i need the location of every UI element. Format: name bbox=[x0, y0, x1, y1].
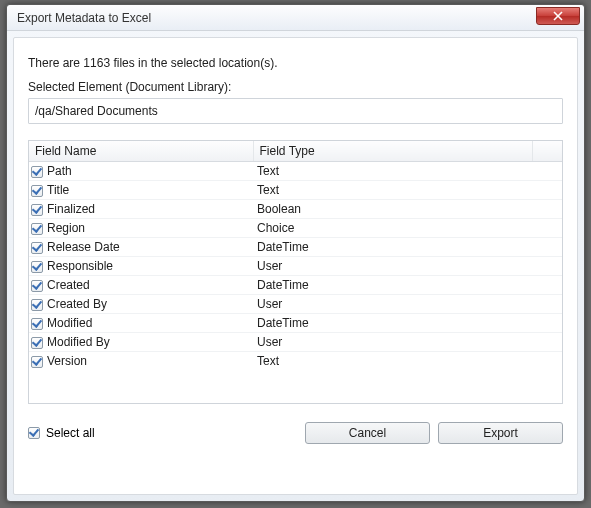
dialog-footer: Select all Cancel Export bbox=[28, 404, 563, 444]
row-field-name: Created By bbox=[47, 297, 107, 311]
row-field-type: Boolean bbox=[253, 200, 532, 219]
row-field-name: Title bbox=[47, 183, 69, 197]
row-checkbox[interactable] bbox=[31, 337, 43, 349]
row-checkbox[interactable] bbox=[31, 318, 43, 330]
row-field-name: Release Date bbox=[47, 240, 120, 254]
fields-table: Field Name Field Type PathTextTitleTextF… bbox=[29, 141, 562, 371]
titlebar: Export Metadata to Excel bbox=[7, 5, 584, 31]
table-row[interactable]: Created ByUser bbox=[29, 295, 562, 314]
row-field-type: User bbox=[253, 295, 532, 314]
row-field-type: Choice bbox=[253, 219, 532, 238]
row-checkbox[interactable] bbox=[31, 204, 43, 216]
table-row[interactable]: Release DateDateTime bbox=[29, 238, 562, 257]
selected-element-path: /qa/Shared Documents bbox=[28, 98, 563, 124]
selected-element-label: Selected Element (Document Library): bbox=[28, 80, 563, 94]
export-button[interactable]: Export bbox=[438, 422, 563, 444]
window-title: Export Metadata to Excel bbox=[17, 11, 536, 25]
row-field-type: Text bbox=[253, 162, 532, 181]
row-field-type: DateTime bbox=[253, 276, 532, 295]
table-row[interactable]: ModifiedDateTime bbox=[29, 314, 562, 333]
row-field-name: Path bbox=[47, 164, 72, 178]
row-checkbox[interactable] bbox=[31, 299, 43, 311]
row-field-name: Responsible bbox=[47, 259, 113, 273]
cancel-button[interactable]: Cancel bbox=[305, 422, 430, 444]
table-row[interactable]: RegionChoice bbox=[29, 219, 562, 238]
select-all-group[interactable]: Select all bbox=[28, 426, 297, 440]
row-field-name: Modified By bbox=[47, 335, 110, 349]
dialog-content: There are 1163 files in the selected loc… bbox=[13, 37, 578, 495]
row-field-name: Version bbox=[47, 354, 87, 368]
select-all-label: Select all bbox=[46, 426, 95, 440]
row-checkbox[interactable] bbox=[31, 166, 43, 178]
table-row[interactable]: VersionText bbox=[29, 352, 562, 371]
row-checkbox[interactable] bbox=[31, 223, 43, 235]
column-header-type[interactable]: Field Type bbox=[253, 141, 532, 162]
row-field-type: User bbox=[253, 257, 532, 276]
column-header-spacer bbox=[532, 141, 562, 162]
file-count-text: There are 1163 files in the selected loc… bbox=[28, 56, 563, 70]
row-field-name: Modified bbox=[47, 316, 92, 330]
row-field-type: DateTime bbox=[253, 314, 532, 333]
row-checkbox[interactable] bbox=[31, 261, 43, 273]
close-icon bbox=[553, 11, 563, 21]
select-all-checkbox[interactable] bbox=[28, 427, 40, 439]
table-row[interactable]: ResponsibleUser bbox=[29, 257, 562, 276]
column-header-name[interactable]: Field Name bbox=[29, 141, 253, 162]
row-checkbox[interactable] bbox=[31, 356, 43, 368]
table-row[interactable]: PathText bbox=[29, 162, 562, 181]
row-field-name: Created bbox=[47, 278, 90, 292]
fields-table-container: Field Name Field Type PathTextTitleTextF… bbox=[28, 140, 563, 404]
dialog-window: Export Metadata to Excel There are 1163 … bbox=[6, 4, 585, 502]
table-row[interactable]: TitleText bbox=[29, 181, 562, 200]
row-field-name: Finalized bbox=[47, 202, 95, 216]
row-field-type: DateTime bbox=[253, 238, 532, 257]
row-field-type: User bbox=[253, 333, 532, 352]
row-checkbox[interactable] bbox=[31, 280, 43, 292]
row-checkbox[interactable] bbox=[31, 185, 43, 197]
table-row[interactable]: CreatedDateTime bbox=[29, 276, 562, 295]
row-field-type: Text bbox=[253, 352, 532, 371]
close-button[interactable] bbox=[536, 7, 580, 25]
table-row[interactable]: FinalizedBoolean bbox=[29, 200, 562, 219]
row-field-name: Region bbox=[47, 221, 85, 235]
table-row[interactable]: Modified ByUser bbox=[29, 333, 562, 352]
row-checkbox[interactable] bbox=[31, 242, 43, 254]
row-field-type: Text bbox=[253, 181, 532, 200]
